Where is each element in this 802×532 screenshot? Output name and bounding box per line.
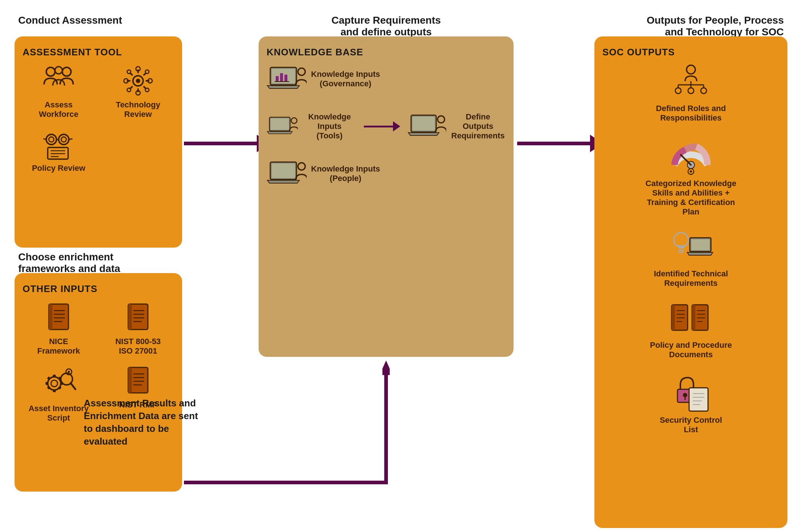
policy-procedure-item: Policy and ProcedureDocuments	[644, 301, 738, 359]
nist-rmf-icon	[122, 364, 154, 397]
svg-point-22	[49, 137, 54, 142]
people-row: Knowledge Inputs(People)	[267, 159, 506, 188]
lock-doc-icon	[667, 373, 715, 413]
enrichment-header: Choose enrichmentframeworks and data	[18, 251, 120, 275]
svg-rect-99	[672, 305, 675, 330]
svg-marker-81	[382, 360, 390, 375]
defined-roles-label: Defined Roles andResponsibilities	[656, 104, 726, 123]
org-chart-icon	[669, 64, 713, 101]
bulb-laptop-icon	[667, 230, 715, 266]
svg-rect-105	[692, 305, 695, 330]
nice-book-icon	[42, 301, 75, 334]
soc-outputs-title: SOC OUTPUTS	[602, 47, 779, 58]
svg-rect-97	[691, 239, 709, 250]
svg-rect-113	[689, 388, 708, 411]
knowledge-base-title: KNOWLEDGE BASE	[267, 47, 506, 58]
outputs-header: Outputs for People, Processand Technolog…	[646, 15, 784, 38]
svg-point-76	[438, 116, 445, 123]
security-control-item: Security ControlList	[644, 373, 738, 434]
svg-rect-68	[284, 75, 287, 81]
define-outputs-label: Define OutputsRequirements	[451, 112, 506, 141]
svg-point-24	[61, 137, 66, 142]
knowledge-base-box: KNOWLEDGE BASE	[259, 36, 514, 357]
soc-outputs-box: SOC OUTPUTS Defined Roles	[594, 36, 787, 528]
people-item: Knowledge Inputs(People)	[267, 159, 380, 188]
svg-point-111	[683, 393, 687, 397]
svg-rect-67	[280, 73, 283, 81]
svg-point-88	[675, 88, 681, 94]
nist800-book-icon	[122, 301, 154, 334]
technical-requirements-item: Identified TechnicalRequirements	[644, 230, 738, 288]
defined-roles-item: Defined Roles andResponsibilities	[644, 64, 738, 123]
categorized-knowledge-label: Categorized KnowledgeSkills and Abilitie…	[644, 179, 738, 217]
nice-framework-label: NICEFramework	[37, 337, 80, 356]
technology-review-item: TechnologyReview	[102, 64, 174, 119]
nist-800-item: NIST 800-53ISO 27001	[102, 301, 174, 356]
svg-rect-33	[49, 304, 52, 330]
nice-framework-item: NICEFramework	[23, 301, 95, 356]
svg-rect-59	[128, 367, 132, 393]
svg-rect-46	[53, 375, 56, 378]
policy-review-item: Policy Review	[23, 128, 95, 173]
asset-inventory-label: Asset InventoryScript	[28, 404, 89, 423]
assess-workforce-label: AssessWorkforce	[39, 100, 78, 119]
svg-line-27	[69, 139, 72, 139]
policy-icon	[40, 128, 77, 161]
assessment-tool-title: ASSESSMENT TOOL	[23, 47, 174, 58]
people-laptop-icon	[267, 159, 307, 188]
svg-point-79	[298, 163, 305, 170]
feedback-arrow	[382, 360, 390, 486]
svg-point-82	[687, 65, 695, 74]
assess-workforce-item: AssessWorkforce	[23, 64, 95, 119]
svg-line-55	[71, 383, 75, 389]
policy-review-label: Policy Review	[32, 163, 86, 173]
asset-inventory-icon	[40, 364, 77, 401]
tools-laptop-icon	[267, 112, 298, 141]
governance-laptop-icon	[267, 64, 307, 94]
svg-rect-75	[413, 117, 435, 130]
nist800-label: NIST 800-53ISO 27001	[115, 337, 161, 356]
svg-rect-50	[47, 377, 51, 380]
svg-point-45	[51, 380, 58, 387]
feedback-label: Assessment Results and Enrichment Data a…	[84, 397, 208, 448]
define-outputs-laptop-icon	[408, 112, 446, 141]
people-label: Knowledge Inputs(People)	[311, 164, 380, 183]
other-inputs-box: OTHER INPUTS NICEFramework	[15, 273, 182, 492]
policy-procedure-label: Policy and ProcedureDocuments	[650, 340, 732, 359]
svg-point-57	[68, 371, 70, 373]
svg-rect-48	[46, 382, 48, 385]
svg-point-4	[136, 79, 140, 83]
capture-requirements-header: Capture Requirementsand define outputs	[331, 15, 441, 38]
svg-point-0	[46, 67, 55, 76]
main-diagram: Conduct Assessment Capture Requirementsa…	[11, 15, 791, 517]
svg-point-89	[688, 88, 694, 94]
svg-point-1	[62, 67, 71, 76]
svg-point-19	[127, 88, 131, 92]
svg-rect-78	[272, 163, 295, 178]
svg-point-20	[145, 88, 149, 92]
governance-item: Knowledge Inputs(Governance)	[267, 64, 380, 94]
technology-review-label: TechnologyReview	[116, 100, 160, 119]
svg-point-95	[674, 233, 688, 247]
define-outputs-item: Define OutputsRequirements	[408, 112, 506, 141]
governance-label: Knowledge Inputs(Governance)	[311, 70, 380, 88]
technology-icon	[120, 64, 156, 97]
workforce-icon	[40, 64, 77, 97]
mini-arrow-tools	[364, 121, 400, 131]
svg-point-17	[127, 70, 131, 74]
svg-point-21	[46, 134, 56, 145]
svg-point-18	[145, 70, 149, 74]
tools-label: Knowledge Inputs(Tools)	[302, 112, 357, 141]
technical-requirements-label: Identified TechnicalRequirements	[654, 269, 728, 288]
feedback-arrow-h	[184, 481, 386, 484]
assessment-tool-box: ASSESSMENT TOOL AssessWorkforce	[15, 36, 182, 248]
svg-point-90	[701, 88, 707, 94]
svg-point-70	[298, 68, 305, 75]
other-inputs-title: OTHER INPUTS	[23, 283, 174, 295]
governance-row: Knowledge Inputs(Governance)	[267, 64, 506, 94]
svg-rect-72	[271, 118, 289, 130]
gauge-icon	[669, 136, 713, 176]
conduct-assessment-header: Conduct Assessment	[18, 15, 122, 26]
security-control-label: Security ControlList	[660, 415, 722, 434]
svg-point-73	[291, 118, 297, 123]
